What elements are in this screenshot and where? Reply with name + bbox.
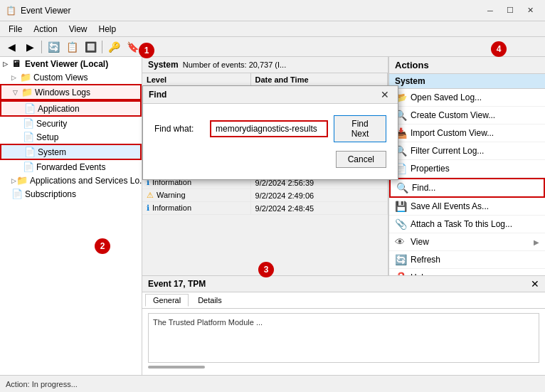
events-header: System Number of events: 20,737 (I... (142, 57, 388, 73)
status-text: Action: In progress... (6, 380, 78, 388)
tab-general[interactable]: General (145, 294, 189, 307)
app-title: Event Viewer (21, 6, 70, 16)
title-bar: 📋 Event Viewer ─ ☐ ✕ (0, 0, 545, 21)
action-label: View (411, 237, 429, 247)
table-row[interactable]: ℹInformation 9/2/2024 2:48:45 (142, 202, 388, 215)
maximize-button[interactable]: ☐ (501, 4, 519, 18)
tree-custom-views[interactable]: ▷ 📁 Custom Views (0, 70, 142, 84)
event-detail-text: The Trusted Platform Module ... (153, 318, 263, 327)
find-dialog-close-button[interactable]: ✕ (378, 89, 392, 100)
tree-subscriptions[interactable]: 📄 Subscriptions (0, 187, 142, 201)
title-bar-controls: ─ ☐ ✕ (481, 4, 539, 18)
menu-view[interactable]: View (63, 23, 93, 36)
menu-bar: File Action View Help (0, 21, 545, 37)
action-icon: 💾 (395, 201, 406, 212)
cancel-button[interactable]: Cancel (336, 151, 386, 168)
event-detail-tabs: General Details (142, 292, 545, 309)
actions-panel: Actions System 📂 Open Saved Log... 🔍 Cre… (388, 57, 545, 275)
tree-windows-logs[interactable]: ▽ 📁 Windows Logs (0, 84, 142, 100)
action-label: Open Saved Log... (411, 92, 482, 102)
action-item[interactable]: ❓ Help (389, 269, 545, 275)
event-detail-header: Event 17, TPM ✕ (142, 276, 545, 292)
actions-system-section: System (389, 74, 545, 89)
action-item[interactable]: 🔄 Refresh (389, 251, 545, 269)
menu-file[interactable]: File (3, 23, 28, 36)
toolbar-view1[interactable]: 📋 (63, 39, 80, 55)
find-what-label: Find what: (154, 124, 204, 134)
action-item[interactable]: 🔍 Create Custom View... (389, 107, 545, 125)
toolbar-refresh[interactable]: 🔄 (45, 39, 62, 55)
events-source-title: System (148, 60, 179, 70)
event-detail-close[interactable]: ✕ (531, 278, 539, 290)
col-date[interactable]: Date and Time (250, 73, 387, 87)
tree-system[interactable]: 📄 System (0, 144, 142, 160)
action-item[interactable]: 📄 Properties (389, 160, 545, 178)
tree-app-services[interactable]: ▷ 📁 Applications and Services Lo... (0, 174, 142, 187)
action-icon: 👁 (395, 236, 406, 248)
minimize-button[interactable]: ─ (481, 4, 499, 18)
event-detail-title: Event 17, TPM (148, 279, 206, 289)
app-icon: 📋 (6, 6, 16, 16)
tab-details[interactable]: Details (190, 294, 230, 307)
submenu-arrow: ▶ (534, 238, 539, 246)
action-label: Refresh (411, 255, 440, 265)
action-item[interactable]: 📎 Attach a Task To this Log... (389, 216, 545, 233)
find-next-button[interactable]: Find Next (334, 115, 386, 142)
action-label: Properties (411, 164, 450, 174)
action-label: Find... (412, 183, 435, 193)
tree-setup[interactable]: 📄 Setup (0, 130, 142, 144)
event-detail-panel: Event 17, TPM ✕ General Details The Trus… (142, 275, 545, 375)
action-label: Attach a Task To this Log... (411, 219, 512, 229)
action-icon: 🔄 (395, 254, 406, 265)
find-what-input[interactable] (210, 120, 328, 137)
status-bar: Action: In progress... (0, 375, 545, 392)
actions-header: Actions (389, 57, 545, 74)
left-panel: ▷ 🖥 Event Viewer (Local) ▷ 📁 Custom View… (0, 57, 142, 375)
event-detail-body: The Trusted Platform Module ... (142, 309, 545, 373)
toolbar: ◀ ▶ 🔄 📋 🔲 🔑 🔖 (0, 37, 545, 57)
action-icon: 🔍 (396, 182, 408, 194)
action-label: Save All Events As... (411, 201, 489, 211)
toolbar-key[interactable]: 🔑 (105, 39, 122, 55)
find-dialog: Find ✕ Find what: Find Next Cancel (142, 85, 398, 180)
action-item[interactable]: 📥 Import Custom View... (389, 125, 545, 142)
action-item[interactable]: 🔍 Find... (389, 178, 545, 198)
action-label: Create Custom View... (411, 110, 495, 120)
toolbar-forward[interactable]: ▶ (21, 39, 38, 55)
action-label: Filter Current Log... (411, 146, 484, 156)
menu-help[interactable]: Help (93, 23, 122, 36)
action-item[interactable]: 👁 View ▶ (389, 233, 545, 251)
close-button[interactable]: ✕ (521, 4, 539, 18)
toolbar-view2[interactable]: 🔲 (82, 39, 99, 55)
action-item[interactable]: 📂 Open Saved Log... (389, 89, 545, 107)
tree-security[interactable]: 📄 Security (0, 117, 142, 130)
action-icon: 📎 (395, 218, 406, 230)
table-row[interactable]: ⚠Warning 9/2/2024 2:49:06 (142, 189, 388, 202)
col-level[interactable]: Level (142, 73, 250, 87)
toolbar-back[interactable]: ◀ (3, 39, 20, 55)
action-item[interactable]: 💾 Save All Events As... (389, 198, 545, 216)
tree-root[interactable]: ▷ 🖥 Event Viewer (Local) (0, 57, 142, 70)
find-dialog-title: Find ✕ (143, 86, 398, 104)
toolbar-bookmark[interactable]: 🔖 (124, 39, 141, 55)
action-label: Import Custom View... (411, 128, 494, 138)
tree-forwarded[interactable]: 📄 Forwarded Events (0, 160, 142, 174)
tree-application[interactable]: 📄 Application (0, 100, 142, 117)
menu-action[interactable]: Action (28, 23, 63, 36)
events-count: Number of events: 20,737 (I... (183, 60, 287, 69)
action-item[interactable]: 🔍 Filter Current Log... (389, 142, 545, 160)
